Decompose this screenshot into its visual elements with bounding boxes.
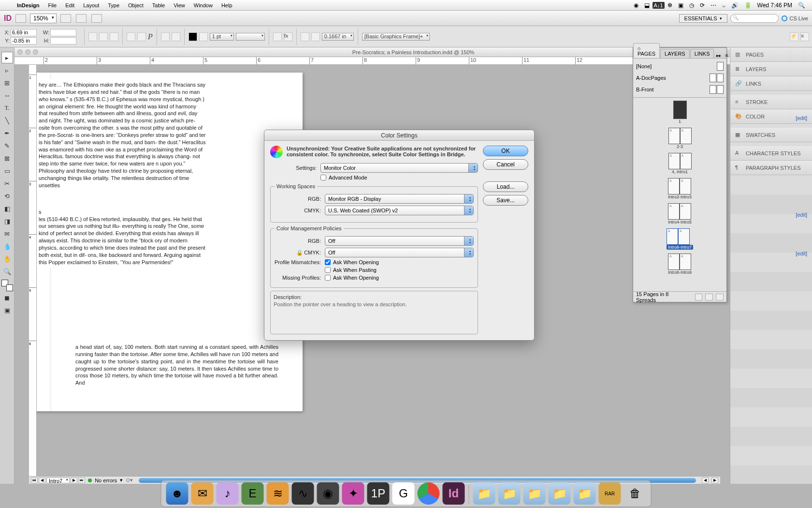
spotlight-icon[interactable]: 🔍 bbox=[795, 2, 808, 9]
panel-links[interactable]: 🔗LINKS bbox=[730, 76, 812, 91]
master-b[interactable]: B-Front bbox=[636, 87, 654, 92]
dock-folder-1[interactable]: 📁 bbox=[473, 482, 495, 505]
leading-field[interactable]: 0.1667 in bbox=[322, 33, 354, 41]
app-menu[interactable]: InDesign bbox=[13, 2, 44, 8]
fill-stroke-proxy[interactable] bbox=[1, 280, 13, 291]
zoom-window-button[interactable] bbox=[33, 49, 38, 55]
eyedropper-tool[interactable]: 💧 bbox=[1, 240, 13, 252]
gap-tool[interactable]: ↔ bbox=[1, 90, 13, 101]
dock-folder-2[interactable]: 📁 bbox=[498, 482, 521, 505]
panel-swatches[interactable]: ▦SWATCHES bbox=[730, 128, 812, 142]
dock-mail[interactable]: ✉ bbox=[191, 482, 214, 505]
dock-indesign[interactable]: Id bbox=[443, 482, 465, 505]
hand-tool[interactable]: ✋ bbox=[1, 253, 13, 265]
timemachine-icon[interactable]: ◷ bbox=[686, 2, 697, 9]
settings-dropdown[interactable]: Monitor Color bbox=[320, 163, 478, 173]
wifi-icon[interactable]: ⌵ bbox=[719, 2, 728, 9]
page-thumb-intro2-3[interactable] bbox=[668, 178, 692, 194]
dropbox-icon[interactable]: ⬓ bbox=[641, 2, 652, 9]
stroke-weight-field[interactable]: 1 pt bbox=[210, 33, 234, 41]
dock-itunes[interactable]: ♪ bbox=[217, 482, 239, 505]
policy-rgb-dropdown[interactable]: Off bbox=[325, 236, 474, 246]
missing-opening-checkbox[interactable]: Ask When Opening bbox=[325, 275, 379, 281]
cmyk-dropdown[interactable]: U.S. Web Coated (SWOP) v2 bbox=[325, 206, 474, 215]
links-tab[interactable]: LINKS bbox=[690, 49, 714, 58]
scroll-left-button[interactable]: ◀ bbox=[702, 478, 709, 483]
page-thumb-4-intro1[interactable] bbox=[668, 153, 692, 169]
first-page-button[interactable]: ⏮ bbox=[31, 478, 38, 483]
panel-menu-button[interactable]: ≡ bbox=[723, 53, 730, 58]
flip-h-icon[interactable] bbox=[127, 32, 135, 41]
x-field[interactable] bbox=[11, 29, 37, 36]
zoom-tool[interactable]: 🔍 bbox=[1, 266, 13, 277]
panel-stroke[interactable]: ≡STROKE bbox=[730, 95, 812, 109]
page-thumb-intro8-9[interactable] bbox=[668, 254, 692, 270]
select-content-icon[interactable] bbox=[172, 32, 180, 41]
view-options-1[interactable] bbox=[60, 14, 71, 23]
dock-pixelmator[interactable]: ✦ bbox=[342, 482, 364, 505]
dock-folder-3[interactable]: 📁 bbox=[523, 482, 546, 505]
vertical-ruler[interactable]: 1 2 3 4 5 6 bbox=[29, 65, 37, 476]
edit-link-3[interactable]: [edit] bbox=[796, 251, 807, 256]
pencil-tool[interactable]: ✎ bbox=[1, 140, 13, 151]
menu-layout[interactable]: Layout bbox=[79, 2, 103, 8]
dock-dashboard[interactable]: ◉ bbox=[317, 482, 339, 505]
page-thumb-1[interactable] bbox=[673, 101, 687, 119]
stroke-style-dropdown[interactable] bbox=[236, 33, 265, 41]
stroke-swatch[interactable] bbox=[199, 32, 208, 41]
dock-google[interactable]: G bbox=[392, 482, 415, 505]
bridge-button[interactable] bbox=[15, 14, 26, 23]
ok-button[interactable]: OK bbox=[483, 146, 528, 156]
mismatch-pasting-checkbox[interactable]: Ask When Pasting bbox=[325, 267, 377, 273]
panel-layers[interactable]: ≣LAYERS bbox=[730, 62, 812, 76]
page-tool[interactable]: ⊞ bbox=[1, 77, 13, 89]
dock-folder-4[interactable]: 📁 bbox=[549, 482, 571, 505]
shear-icon[interactable] bbox=[110, 32, 118, 41]
save-button[interactable]: Save... bbox=[483, 195, 528, 206]
panel-pages[interactable]: ▥PAGES bbox=[730, 47, 812, 62]
y-field[interactable] bbox=[11, 37, 37, 45]
select-container-icon[interactable] bbox=[161, 32, 170, 41]
fx-icon[interactable]: fx bbox=[284, 32, 292, 41]
menu-window[interactable]: Window bbox=[189, 2, 217, 8]
dock-folder-5[interactable]: 📁 bbox=[574, 482, 596, 505]
battery-icon[interactable]: 🔋 bbox=[741, 2, 754, 9]
selection-tool[interactable]: ▸ bbox=[1, 52, 13, 63]
gradient-swatch-tool[interactable]: ◧ bbox=[1, 203, 13, 214]
page-thumb-intro6-7[interactable] bbox=[667, 228, 693, 245]
text-wrap-1[interactable] bbox=[301, 32, 309, 41]
scroll-right-button[interactable]: ▶ bbox=[711, 478, 718, 483]
rotate-icon[interactable] bbox=[99, 32, 108, 41]
edit-link-1[interactable]: [edit] bbox=[796, 115, 807, 121]
rectangle-tool[interactable]: ▭ bbox=[1, 165, 13, 177]
view-options-3[interactable] bbox=[91, 14, 102, 23]
w-field[interactable] bbox=[50, 29, 76, 36]
menu-object[interactable]: Object bbox=[124, 2, 148, 8]
fill-swatch[interactable] bbox=[188, 32, 197, 41]
minimize-window-button[interactable] bbox=[25, 49, 30, 55]
edit-link-2[interactable]: [edit] bbox=[796, 212, 807, 218]
line-tool[interactable]: ╲ bbox=[1, 115, 13, 126]
master-none[interactable]: [None] bbox=[636, 63, 652, 69]
bluetooth-icon[interactable]: ⋯ bbox=[708, 2, 719, 9]
menu-type[interactable]: Type bbox=[103, 2, 124, 8]
panel-menu-icon[interactable]: ≡ bbox=[800, 32, 809, 41]
view-options-2[interactable] bbox=[76, 14, 87, 23]
advanced-mode-checkbox[interactable]: Advanced Mode bbox=[320, 175, 367, 180]
pen-tool[interactable]: ✒ bbox=[1, 127, 13, 139]
edit-page-size-button[interactable] bbox=[695, 294, 703, 300]
zoom-level-dropdown[interactable]: 150% bbox=[30, 14, 57, 23]
page-navigator-dropdown[interactable]: Intro7 bbox=[46, 478, 70, 483]
dock-trash[interactable]: 🗑 bbox=[624, 482, 646, 505]
last-page-button[interactable]: ⏭ bbox=[78, 478, 85, 483]
prev-page-button[interactable]: ◀ bbox=[39, 478, 45, 483]
delete-page-button[interactable] bbox=[716, 294, 724, 300]
sync-icon[interactable]: ❇ bbox=[665, 2, 675, 9]
close-window-button[interactable] bbox=[17, 49, 23, 55]
updates-icon[interactable]: ⟳ bbox=[697, 2, 708, 9]
master-a[interactable]: A-DocPages bbox=[636, 75, 666, 81]
adobe-notif-icon[interactable]: A↓1 bbox=[652, 2, 665, 9]
scissors-tool[interactable]: ✂ bbox=[1, 178, 13, 189]
h-field[interactable] bbox=[50, 37, 76, 45]
menu-view[interactable]: View bbox=[169, 2, 189, 8]
